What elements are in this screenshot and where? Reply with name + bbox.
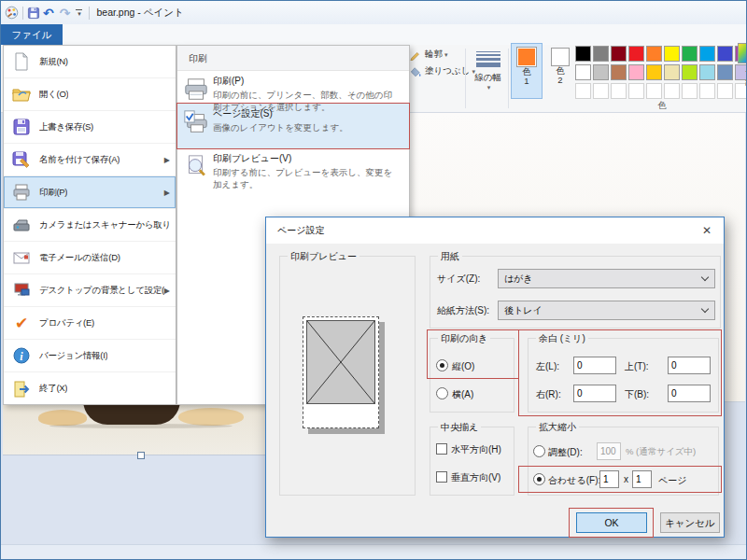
preview-cross-lines xyxy=(307,321,374,403)
annotation-box-margins xyxy=(518,329,722,416)
palette-empty-swatch[interactable] xyxy=(664,83,680,99)
menu-item-print[interactable]: 印刷(P) ▶ xyxy=(4,176,176,209)
palette-empty-swatch[interactable] xyxy=(699,83,715,99)
menu-item-open[interactable]: 開く(O) xyxy=(4,78,176,111)
divider xyxy=(89,7,90,20)
palette-empty-swatch[interactable] xyxy=(682,83,698,99)
submenu-item-page-setup[interactable]: ページ設定(S) 画像のレイアウトを変更します。 xyxy=(177,104,409,148)
status-bar xyxy=(1,544,746,559)
menu-item-label: 印刷(P) xyxy=(39,187,67,199)
palette-color-swatch[interactable] xyxy=(717,64,733,80)
color1-button[interactable]: 色 1 xyxy=(511,43,543,99)
menu-item-properties[interactable]: ✔ プロパティ(E) xyxy=(4,307,176,340)
palette-empty-swatch[interactable] xyxy=(611,83,627,99)
canvas-resize-handle[interactable] xyxy=(137,452,145,459)
bear-left-paw xyxy=(38,410,87,426)
submenu-item-print-preview[interactable]: 印刷プレビュー(V) 印刷する前に、プレビューを表示し、変更を加えます。 xyxy=(177,148,409,197)
palette-empty-swatch[interactable] xyxy=(593,83,609,99)
page-setup-dialog: ページ設定 ✕ 印刷プレビュー 用紙 サイズ(Z): はがき 給紙方法(S): … xyxy=(265,217,725,538)
palette-color-swatch[interactable] xyxy=(575,46,591,62)
palette-color-swatch[interactable] xyxy=(682,64,698,80)
preview-page xyxy=(303,316,379,428)
redo-icon[interactable]: ↷ xyxy=(57,7,74,20)
menu-item-exit[interactable]: 終了(X) xyxy=(4,372,176,405)
color2-button[interactable]: 色 2 xyxy=(546,45,574,99)
menu-item-about[interactable]: i バージョン情報(I) xyxy=(4,340,176,372)
palette-empty-swatch[interactable] xyxy=(575,83,591,99)
exit-icon xyxy=(11,379,32,399)
palette-color-swatch[interactable] xyxy=(664,64,680,80)
adjust-radio[interactable] xyxy=(533,445,545,457)
group-label: 中央揃え xyxy=(438,421,481,434)
landscape-label: 横(A) xyxy=(452,388,473,401)
palette-color-swatch[interactable] xyxy=(717,46,733,62)
print-preview-icon xyxy=(183,152,213,197)
menu-item-new[interactable]: 新規(N) xyxy=(4,46,176,78)
menu-item-label: 新規(N) xyxy=(39,56,68,68)
menu-item-label: 名前を付けて保存(A) xyxy=(39,154,120,166)
adjust-suffix-label: % (通常サイズ中) xyxy=(626,446,696,458)
palette-empty-swatch[interactable] xyxy=(628,83,644,99)
palette-color-swatch[interactable] xyxy=(699,46,715,62)
palette-color-swatch[interactable] xyxy=(664,46,680,62)
properties-check-icon: ✔ xyxy=(11,313,32,333)
edit-colors-icon xyxy=(738,43,747,63)
divider xyxy=(22,7,23,20)
paper-size-select[interactable]: はがき xyxy=(498,269,715,288)
vertical-checkbox[interactable] xyxy=(436,471,447,483)
palette-color-swatch[interactable] xyxy=(682,46,698,62)
palette-color-swatch[interactable] xyxy=(575,64,591,80)
line-width-button[interactable]: 線の幅 ▾ xyxy=(471,47,505,91)
divider xyxy=(465,49,466,108)
window-title: bear.png - ペイント xyxy=(96,7,183,20)
group-label: 用紙 xyxy=(438,250,462,263)
annotation-box-orientation xyxy=(427,329,519,379)
new-document-icon xyxy=(11,51,32,72)
quick-access-dropdown-icon[interactable]: ▾ xyxy=(76,9,82,16)
palette-color-swatch[interactable] xyxy=(628,64,644,80)
edit-colors-button[interactable]: 色 編 xyxy=(738,43,747,87)
close-icon[interactable]: ✕ xyxy=(698,222,716,239)
palette-color-swatch[interactable] xyxy=(699,64,715,80)
palette-color-swatch[interactable] xyxy=(593,46,609,62)
palette-color-swatch[interactable] xyxy=(646,46,662,62)
menu-item-save[interactable]: 上書き保存(S) xyxy=(4,111,176,144)
annotation-box-ok xyxy=(569,508,654,538)
paper-group: 用紙 サイズ(Z): はがき 給紙方法(S): 後トレイ xyxy=(430,256,721,329)
cancel-button[interactable]: キャンセル xyxy=(660,512,720,533)
menu-item-save-as[interactable]: 名前を付けて保存(A) ▶ xyxy=(4,144,176,176)
printer-icon xyxy=(183,75,213,104)
landscape-radio[interactable] xyxy=(436,387,448,399)
fill-label: 塗りつぶし xyxy=(425,65,470,77)
menu-item-set-as-desktop-background[interactable]: デスクトップの背景として設定(B) ▶ xyxy=(4,274,176,307)
paint-window: ↶ ↷ ▾ bear.png - ペイント ファイル 輪郭 ▾ 塗りつぶし ▾ xyxy=(0,0,747,560)
menu-item-from-scanner[interactable]: カメラまたはスキャナーから取り込み(M) xyxy=(4,209,176,242)
palette-empty-swatch[interactable] xyxy=(717,83,733,99)
group-label: 印刷プレビュー xyxy=(288,250,359,263)
color2-swatch xyxy=(551,48,570,66)
group-label: 拡大縮小 xyxy=(536,421,579,434)
shape-outline-button[interactable]: 輪郭 ▾ xyxy=(410,49,448,61)
print-icon xyxy=(11,182,32,203)
palette-color-swatch[interactable] xyxy=(646,64,662,80)
annotation-box-fit xyxy=(518,466,722,493)
paper-source-select[interactable]: 後トレイ xyxy=(498,301,715,320)
paint-bucket-icon xyxy=(410,66,421,77)
email-icon xyxy=(11,247,32,268)
color-palette xyxy=(575,46,747,102)
submenu-item-print[interactable]: 印刷(P) 印刷の前に、プリンター、部数、その他の印刷オプションを選択します。 xyxy=(177,71,409,104)
palette-empty-swatch[interactable] xyxy=(646,83,662,99)
save-icon[interactable] xyxy=(27,7,40,20)
menu-item-send-email[interactable]: 電子メールの送信(D) xyxy=(4,242,176,274)
palette-color-swatch[interactable] xyxy=(611,64,627,80)
file-menu-tab[interactable]: ファイル xyxy=(1,24,63,45)
palette-color-swatch[interactable] xyxy=(628,46,644,62)
submenu-item-title: 印刷プレビュー(V) xyxy=(213,152,400,165)
palette-color-swatch[interactable] xyxy=(593,64,609,80)
menu-item-label: 上書き保存(S) xyxy=(39,121,93,133)
palette-color-swatch[interactable] xyxy=(611,46,627,62)
color1-label-num: 1 xyxy=(524,77,529,86)
horizontal-checkbox[interactable] xyxy=(436,443,447,455)
undo-icon[interactable]: ↶ xyxy=(40,7,57,20)
menu-item-label: プロパティ(E) xyxy=(39,317,94,329)
